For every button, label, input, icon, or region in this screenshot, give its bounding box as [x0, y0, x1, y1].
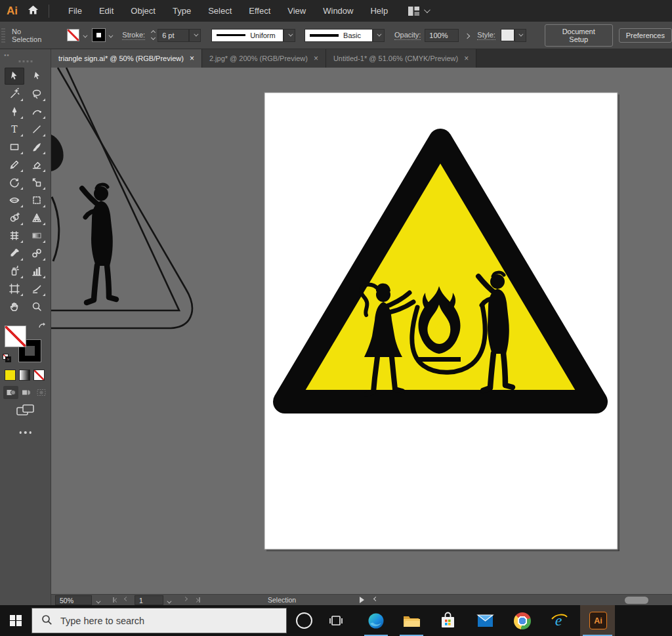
draw-normal-mode[interactable]: [3, 386, 18, 399]
artboard-dropdown[interactable]: [167, 597, 170, 605]
width-profile-dropdown[interactable]: Uniform: [211, 29, 284, 42]
first-artboard-button[interactable]: [113, 597, 118, 603]
menu-item-view[interactable]: View: [279, 6, 314, 16]
eyedropper-tool[interactable]: [5, 245, 24, 262]
column-graph-tool[interactable]: [27, 263, 47, 280]
tab-close-icon[interactable]: ×: [464, 54, 469, 63]
workspace-switcher[interactable]: [408, 7, 429, 16]
brush-dropdown[interactable]: Basic: [304, 29, 373, 42]
pen-tool[interactable]: [5, 103, 24, 120]
fill-swatch-none[interactable]: [67, 29, 79, 41]
default-fill-stroke-icon[interactable]: [3, 354, 11, 362]
task-view-button[interactable]: [328, 612, 344, 631]
blend-tool[interactable]: [27, 245, 47, 262]
artboard-number-field[interactable]: 1: [135, 595, 163, 605]
direct-selection-tool[interactable]: [27, 68, 47, 85]
tab-close-icon[interactable]: ×: [190, 54, 194, 63]
toolbar-drag-handle[interactable]: [18, 60, 32, 62]
status-flyout-icon[interactable]: [360, 597, 368, 603]
stroke-chevron-icon[interactable]: [109, 33, 114, 37]
slice-tool[interactable]: [27, 280, 47, 297]
width-profile-chevron[interactable]: [284, 29, 295, 42]
collapse-panel-icon[interactable]: [374, 597, 377, 601]
width-tool[interactable]: [5, 192, 24, 209]
preferences-button[interactable]: Preferences: [619, 28, 672, 43]
scale-tool[interactable]: [27, 174, 47, 191]
chrome-icon[interactable]: [513, 611, 532, 630]
store-icon[interactable]: [438, 611, 457, 630]
menu-item-file[interactable]: File: [60, 6, 91, 16]
tab-triangle-sign[interactable]: triangle sign.ai* @ 50% (RGB/Preview) ×: [51, 49, 202, 68]
zoom-tool[interactable]: [27, 298, 47, 315]
shaper-tool[interactable]: [5, 156, 24, 173]
rectangle-tool[interactable]: [5, 138, 24, 156]
stroke-swatch[interactable]: [93, 29, 105, 41]
type-tool[interactable]: T: [5, 121, 24, 138]
taskbar-search[interactable]: Type here to search: [32, 608, 287, 633]
cortana-button[interactable]: [296, 612, 312, 629]
menu-item-effect[interactable]: Effect: [240, 6, 279, 16]
symbol-sprayer-tool[interactable]: [5, 263, 24, 280]
perspective-grid-tool[interactable]: [27, 209, 47, 226]
start-button[interactable]: [0, 605, 32, 636]
style-chevron[interactable]: [514, 29, 526, 42]
file-explorer-icon[interactable]: [402, 611, 421, 630]
menu-item-object[interactable]: Object: [122, 6, 164, 16]
next-artboard-button[interactable]: [184, 597, 187, 601]
edge-icon[interactable]: [366, 611, 385, 630]
hand-tool[interactable]: [5, 298, 24, 315]
document-setup-button[interactable]: Document Setup: [545, 24, 613, 47]
menu-item-type[interactable]: Type: [164, 6, 200, 16]
menu-item-window[interactable]: Window: [314, 6, 362, 16]
style-label[interactable]: Style:: [477, 31, 495, 40]
opacity-arrow-icon[interactable]: [465, 33, 470, 38]
horizontal-scrollbar-thumb[interactable]: [625, 597, 648, 604]
screen-mode-button[interactable]: [16, 404, 35, 419]
stroke-weight-dropdown[interactable]: [189, 29, 201, 42]
none-button[interactable]: [33, 370, 45, 381]
stroke-weight-field[interactable]: 6 pt: [158, 29, 189, 42]
home-icon[interactable]: [27, 4, 39, 18]
style-swatch[interactable]: [501, 29, 514, 41]
mesh-tool[interactable]: [5, 227, 24, 244]
tab-close-icon[interactable]: ×: [314, 54, 318, 63]
last-artboard-button[interactable]: [195, 597, 200, 603]
gradient-tool[interactable]: [27, 227, 47, 244]
edit-toolbar-ellipsis[interactable]: [19, 431, 32, 434]
opacity-label[interactable]: Opacity:: [394, 31, 421, 40]
prev-artboard-button[interactable]: [125, 597, 128, 601]
internet-explorer-icon[interactable]: e: [549, 611, 568, 630]
opacity-field[interactable]: 100%: [425, 29, 459, 42]
illustrator-taskbar-icon[interactable]: Ai: [589, 611, 608, 630]
brush-chevron[interactable]: [373, 29, 385, 42]
stroke-label[interactable]: Stroke:: [122, 31, 145, 40]
rotate-tool[interactable]: [5, 174, 24, 191]
selection-tool[interactable]: [5, 68, 24, 85]
zoom-level-field[interactable]: 50%: [55, 595, 92, 605]
fill-color-proxy[interactable]: [5, 326, 26, 347]
curvature-tool[interactable]: [27, 103, 47, 120]
free-transform-tool[interactable]: [27, 192, 47, 209]
draw-inside-mode[interactable]: [33, 386, 49, 399]
eraser-tool[interactable]: [27, 156, 47, 173]
magic-wand-tool[interactable]: [5, 85, 24, 102]
stroke-weight-stepper[interactable]: [152, 31, 155, 39]
swap-fill-stroke-icon[interactable]: [38, 321, 47, 333]
tab-untitled-1[interactable]: Untitled-1* @ 51.06% (CMYK/Preview) ×: [326, 49, 476, 68]
fill-chevron-icon[interactable]: [83, 33, 88, 37]
draw-behind-mode[interactable]: [18, 386, 33, 399]
paintbrush-tool[interactable]: [27, 138, 47, 156]
artboard-tool[interactable]: [5, 280, 24, 297]
menu-item-select[interactable]: Select: [200, 6, 240, 16]
canvas-area[interactable]: [51, 68, 672, 594]
menu-item-help[interactable]: Help: [362, 6, 396, 16]
panel-grip[interactable]: [1, 28, 5, 43]
mail-icon[interactable]: [476, 611, 495, 630]
gradient-button[interactable]: [19, 370, 30, 381]
tab-2jpg[interactable]: 2.jpg* @ 200% (RGB/Preview) ×: [202, 49, 326, 68]
zoom-dropdown[interactable]: [96, 597, 99, 605]
color-button[interactable]: [5, 370, 16, 381]
panel-collapse-dots[interactable]: ▪▪: [4, 52, 9, 58]
menu-item-edit[interactable]: Edit: [91, 6, 122, 16]
line-segment-tool[interactable]: [27, 121, 47, 138]
